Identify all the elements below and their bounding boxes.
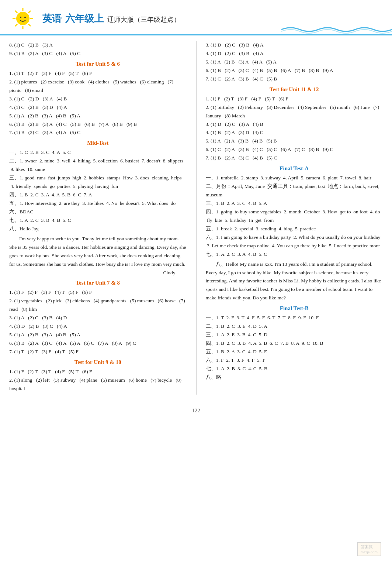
svg-line-7 [28, 11, 31, 13]
section-title-midtest: Mid-Test [9, 140, 187, 146]
section-title-unit910: Test for Unit 9 & 10 [9, 359, 187, 365]
answers-unit910: 1. (1) F (2) T (3) T (4) F (5) T (6) F 2… [9, 368, 187, 393]
watermark: 答案猿 mxqe.com [357, 542, 381, 556]
grade-label: 六年级上 [65, 12, 104, 25]
answers-finaltesta: 一、1. umbrella 2. stamp 3. subway 4. Apri… [206, 174, 383, 258]
left-column: 8. (1) C (2) B (3) A 9. (1) B (2) A (3) … [9, 41, 187, 395]
answers-right-top: 3. (1) D (2) C (3) B (4) A 4. (1) D (2) … [206, 41, 383, 83]
wave-decoration [281, 24, 392, 35]
svg-line-6 [28, 24, 31, 26]
header-title-block: 英语 六年级上 辽师大版（三年级起点） [42, 12, 180, 25]
subject-label: 英语 [42, 12, 62, 25]
right-column: 3. (1) D (2) C (3) B (4) A 4. (1) D (2) … [206, 41, 383, 395]
answers-unit1112: 1. (1) F (2) T (3) F (4) F (5) T (6) F 2… [206, 95, 383, 163]
paragraph-cindy: I'm very happy to write to you. Today le… [9, 235, 187, 277]
answers-midtest: 一、1. C 2. B 3. C 4. A 5. C 二、1. owner 2.… [9, 148, 187, 233]
svg-line-8 [15, 24, 17, 26]
watermark-line1: 答案猿 [361, 544, 378, 550]
paragraph-finaltesta: 八、Hello! My name is xxx. I'm 13 years ol… [206, 260, 383, 303]
page-number: 122 [192, 408, 200, 413]
svg-point-0 [16, 12, 30, 25]
section-title-finaltestb: Final Test-B [206, 305, 383, 312]
answers-unit-8-9: 8. (1) C (2) B (3) A 9. (1) B (2) A (3) … [9, 41, 187, 58]
svg-line-5 [15, 11, 17, 13]
svg-point-10 [24, 17, 26, 18]
sun-icon [11, 7, 35, 31]
page-header: 英语 六年级上 辽师大版（三年级起点） [0, 0, 392, 35]
edition-label: 辽师大版（三年级起点） [107, 15, 180, 24]
section-title-unit56: Test for Unit 5 & 6 [9, 61, 187, 67]
page-footer: 122 [0, 404, 392, 417]
answers-unit78: 1. (1) F (2) F (3) F (4) T (5) F (6) F 2… [9, 288, 187, 356]
watermark-line2: mxqe.com [361, 550, 378, 554]
answers-unit56: 1. (1) T (2) T (3) F (4) F (5) T (6) F 2… [9, 69, 187, 137]
section-title-finaltesta: Final Test-A [206, 165, 383, 172]
column-divider [196, 41, 197, 395]
answers-finaltestb: 一、1. T 2. F 3. T 4. F 5. F 6. T 7. T 8. … [206, 314, 383, 382]
main-content: 8. (1) C (2) B (3) A 9. (1) B (2) A (3) … [0, 35, 392, 400]
svg-point-9 [20, 17, 21, 18]
section-title-unit78: Test for Unit 7 & 8 [9, 280, 187, 286]
section-title-unit1112: Test for Unit 11 & 12 [206, 86, 383, 93]
